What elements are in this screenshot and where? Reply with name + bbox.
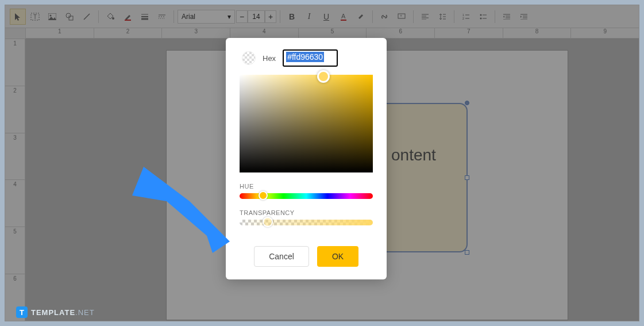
transparency-cursor[interactable] <box>263 217 273 227</box>
watermark-text-light: .NET <box>75 308 95 317</box>
saturation-value-field[interactable] <box>240 75 373 172</box>
ok-button[interactable]: OK <box>317 246 358 267</box>
color-picker-dialog: Hex #ffd96630 HUE TRANSPARENCY Cancel OK <box>226 38 387 279</box>
cancel-button[interactable]: Cancel <box>254 246 309 267</box>
hex-input[interactable]: #ffd96630 <box>283 49 338 67</box>
sv-cursor[interactable] <box>317 70 330 83</box>
watermark-text-bold: TEMPLATE <box>31 308 75 317</box>
transparency-slider[interactable] <box>240 220 373 225</box>
transparency-preview-icon <box>242 51 256 65</box>
hex-label: Hex <box>263 54 276 63</box>
hex-value: #ffd96630 <box>286 52 324 62</box>
hue-cursor[interactable] <box>259 191 268 200</box>
watermark: T TEMPLATE.NET <box>16 306 95 318</box>
hue-slider[interactable] <box>240 193 373 199</box>
watermark-icon: T <box>16 306 28 318</box>
transparency-label: TRANSPARENCY <box>240 209 373 216</box>
hue-label: HUE <box>240 183 373 190</box>
